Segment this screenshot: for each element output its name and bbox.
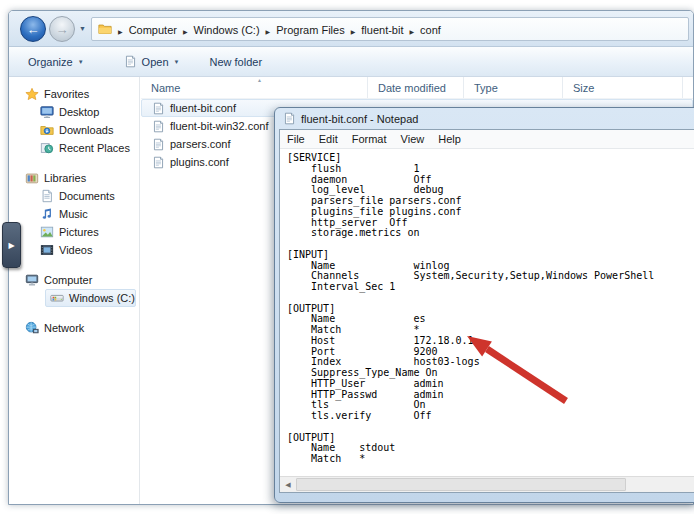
- address-bar[interactable]: ▶Computer▶Windows (C:)▶Program Files▶flu…: [91, 17, 689, 41]
- sidebar-item-libraries[interactable]: Libraries: [9, 169, 139, 187]
- breadcrumb-segment-windows-c[interactable]: Windows (C:): [190, 24, 264, 36]
- expand-arrow-icon: ▶: [8, 241, 14, 250]
- breadcrumb-segment-conf[interactable]: conf: [416, 24, 445, 36]
- open-button[interactable]: Open ▼: [124, 55, 180, 68]
- breadcrumb-segment-fluent-bit[interactable]: fluent-bit: [357, 24, 407, 36]
- conf-file-icon: [152, 156, 165, 169]
- breadcrumb-separator-icon[interactable]: ▶: [181, 29, 190, 35]
- file-name: plugins.conf: [170, 156, 229, 168]
- file-name: fluent-bit.conf: [170, 102, 236, 114]
- organize-label: Organize: [28, 56, 73, 68]
- sidebar-item-label: Documents: [59, 190, 115, 202]
- screenshot-crop-margin: [694, 0, 700, 514]
- open-label: Open: [142, 56, 169, 68]
- menu-item-file[interactable]: File: [280, 131, 312, 147]
- chevron-down-icon: ▼: [174, 59, 180, 65]
- column-header-label: Type: [474, 82, 498, 94]
- sidebar-item-videos[interactable]: Videos: [9, 241, 139, 259]
- docked-app-handle[interactable]: ▶: [2, 222, 21, 268]
- sidebar-item-computer[interactable]: Computer: [9, 271, 139, 289]
- column-header-size[interactable]: Size: [563, 77, 683, 98]
- document-icon: [124, 55, 137, 68]
- breadcrumb-segment-program-files[interactable]: Program Files: [272, 24, 348, 36]
- notepad-text-area[interactable]: [SERVICE] flush 1 daemon Off log_level d…: [280, 150, 697, 476]
- notepad-title-bar[interactable]: fluent-bit.conf - Notepad: [275, 108, 697, 129]
- sort-ascending-icon: ▲: [257, 77, 262, 83]
- downloads-icon: [40, 123, 54, 137]
- column-header-row: ▲ NameDate modifiedTypeSize: [141, 77, 693, 99]
- column-header-label: Date modified: [378, 82, 446, 94]
- sidebar-item-label: Videos: [59, 244, 92, 256]
- network-icon: [25, 321, 39, 335]
- command-bar: Organize ▼ Open ▼ New folder: [9, 47, 693, 77]
- computer-icon: [25, 273, 39, 287]
- new-folder-button[interactable]: New folder: [209, 56, 262, 68]
- notepad-document-icon: [283, 112, 296, 125]
- sidebar-item-recent-places[interactable]: Recent Places: [9, 139, 139, 157]
- column-header-label: Name: [151, 82, 180, 94]
- file-name: fluent-bit-win32.conf: [170, 120, 268, 132]
- favorites-star-icon: [25, 87, 39, 101]
- sidebar-item-music[interactable]: Music: [9, 205, 139, 223]
- forward-button[interactable]: →: [49, 16, 75, 42]
- column-header-name[interactable]: Name: [141, 77, 368, 98]
- navigation-pane: FavoritesDesktopDownloadsRecent PlacesLi…: [9, 77, 140, 504]
- sidebar-item-label: Pictures: [59, 226, 99, 238]
- menu-item-help[interactable]: Help: [431, 131, 468, 147]
- sidebar-item-label: Recent Places: [59, 142, 130, 154]
- sidebar-item-label: Favorites: [44, 88, 89, 100]
- recent-places-icon: [40, 141, 54, 155]
- sidebar-item-label: Windows (C:): [69, 292, 135, 304]
- folder-icon: [98, 22, 112, 36]
- sidebar-item-network[interactable]: Network: [9, 319, 139, 337]
- menu-item-format[interactable]: Format: [345, 131, 394, 147]
- breadcrumb-separator-icon[interactable]: ▶: [407, 29, 416, 35]
- videos-icon: [40, 243, 54, 257]
- sidebar-item-downloads[interactable]: Downloads: [9, 121, 139, 139]
- navigation-bar: ← → ▼ ▶Computer▶Windows (C:)▶Program Fil…: [9, 11, 693, 47]
- sidebar-item-label: Downloads: [59, 124, 113, 136]
- conf-file-icon: [152, 120, 165, 133]
- breadcrumb-separator-icon[interactable]: ▶: [349, 29, 358, 35]
- column-header-date-modified[interactable]: Date modified: [368, 77, 464, 98]
- breadcrumb-segment-computer[interactable]: Computer: [125, 24, 181, 36]
- sidebar-item-windows-c[interactable]: Windows (C:): [45, 289, 136, 307]
- sidebar-item-pictures[interactable]: Pictures: [9, 223, 139, 241]
- new-folder-label: New folder: [209, 56, 262, 68]
- notepad-menu-bar: FileEditFormatViewHelp: [280, 130, 697, 149]
- column-header-label: Size: [573, 82, 594, 94]
- config-file-content: [SERVICE] flush 1 daemon Off log_level d…: [287, 153, 697, 465]
- back-button[interactable]: ←: [20, 16, 46, 42]
- libraries-icon: [25, 171, 39, 185]
- organize-button[interactable]: Organize ▼: [28, 56, 84, 68]
- sidebar-item-favorites[interactable]: Favorites: [9, 85, 139, 103]
- breadcrumb-separator-icon[interactable]: ▶: [116, 29, 125, 35]
- pictures-icon: [40, 225, 54, 239]
- sidebar-item-label: Network: [44, 322, 84, 334]
- screenshot-page: ← → ▼ ▶Computer▶Windows (C:)▶Program Fil…: [0, 0, 700, 514]
- conf-file-icon: [152, 102, 165, 115]
- sidebar-item-label: Music: [59, 208, 88, 220]
- scrollbar-thumb[interactable]: [296, 478, 626, 491]
- conf-file-icon: [152, 138, 165, 151]
- file-name: parsers.conf: [170, 138, 231, 150]
- horizontal-scrollbar[interactable]: ◀: [280, 476, 697, 492]
- scroll-left-icon[interactable]: ◀: [280, 477, 296, 492]
- column-header-type[interactable]: Type: [464, 77, 563, 98]
- recent-pages-dropdown-icon[interactable]: ▼: [79, 25, 86, 32]
- menu-item-edit[interactable]: Edit: [312, 131, 345, 147]
- sidebar-item-label: Desktop: [59, 106, 99, 118]
- sidebar-item-desktop[interactable]: Desktop: [9, 103, 139, 121]
- chevron-down-icon: ▼: [78, 59, 84, 65]
- drive-windows-icon: [50, 291, 64, 305]
- menu-item-view[interactable]: View: [394, 131, 432, 147]
- documents-icon: [40, 189, 54, 203]
- notepad-title: fluent-bit.conf - Notepad: [301, 113, 418, 125]
- desktop-icon: [40, 105, 54, 119]
- notepad-window: fluent-bit.conf - Notepad FileEditFormat…: [274, 107, 698, 503]
- sidebar-item-documents[interactable]: Documents: [9, 187, 139, 205]
- notepad-client-area: FileEditFormatViewHelp [SERVICE] flush 1…: [279, 129, 697, 493]
- breadcrumb-separator-icon[interactable]: ▶: [264, 29, 273, 35]
- sidebar-item-label: Computer: [44, 274, 92, 286]
- breadcrumb: ▶Computer▶Windows (C:)▶Program Files▶flu…: [116, 20, 445, 38]
